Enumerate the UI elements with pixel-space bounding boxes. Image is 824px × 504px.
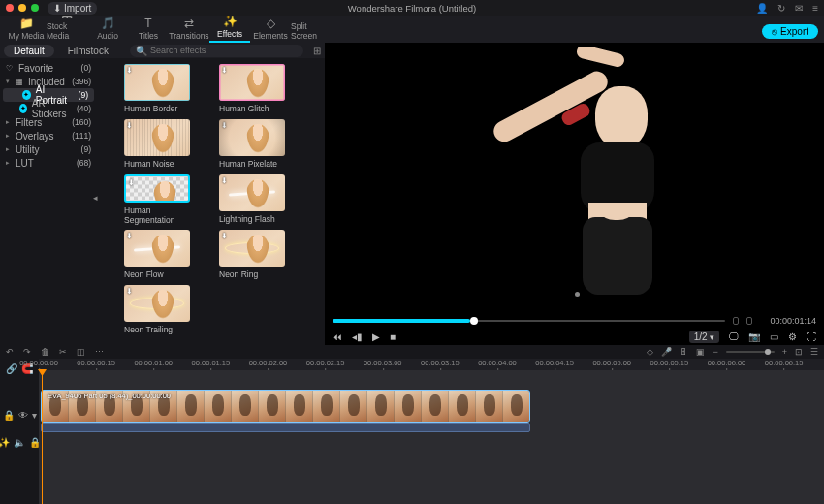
refresh-icon[interactable]: ↻ <box>777 3 785 14</box>
library-tab-default[interactable]: Default <box>4 45 54 57</box>
menu-icon[interactable]: ≡ <box>812 3 818 14</box>
timeline-toolbar: ↶ ↷ 🗑 ✂ ◫ ⋯ ◇ 🎤 🎚 ▣ − + ⊡ ☰ <box>0 345 824 359</box>
zoom-in-icon[interactable]: + <box>782 347 787 357</box>
collapse-track-icon[interactable]: ▾ <box>32 410 37 421</box>
stop-icon[interactable]: ■ <box>390 331 396 342</box>
snapshot-icon[interactable]: 📷 <box>748 331 760 342</box>
tab-titles[interactable]: TTitles <box>128 16 169 43</box>
export-button[interactable]: ⎋Export <box>762 24 818 39</box>
effect-neon-trailing[interactable]: ⬇Neon Trailing <box>124 285 190 335</box>
ai-badge-icon: ✦ <box>19 104 27 113</box>
close-icon[interactable] <box>6 4 14 12</box>
my-media-icon: 📁 <box>19 16 34 30</box>
sidebar-item-utility[interactable]: ▸Utility(9) <box>0 142 97 156</box>
undo-icon[interactable]: ↶ <box>6 347 14 357</box>
minimize-icon[interactable] <box>18 4 26 12</box>
effects-grid: ⬇Human Border⬇Human Glitch⬇Human Noise⬇H… <box>97 58 325 345</box>
fx-track-icon[interactable]: ✨ <box>0 437 10 448</box>
preview-scale-select[interactable]: 1/2 ▾ <box>689 331 719 343</box>
quality-icon[interactable]: ⚙ <box>788 331 797 342</box>
step-back-icon[interactable]: ⏮ <box>333 331 342 342</box>
library-tab-filmstock[interactable]: Filmstock <box>58 45 118 57</box>
user-icon[interactable]: 👤 <box>756 3 768 14</box>
search-field[interactable] <box>150 46 247 55</box>
sidebar-item-favorite[interactable]: ♡Favorite(0) <box>0 61 97 75</box>
main-toolbar: 📁My Media🖼Stock Media🎵AudioTTitles⇄Trans… <box>0 16 824 43</box>
effect-label: Human Pixelate <box>219 159 285 169</box>
zoom-out-icon[interactable]: − <box>713 347 717 357</box>
playhead[interactable] <box>42 370 43 504</box>
tab-elements[interactable]: ◇Elements <box>250 16 291 43</box>
effect-human-glitch[interactable]: ⬇Human Glitch <box>219 64 285 114</box>
import-button[interactable]: ⬇ Import <box>48 2 97 15</box>
chevron-right-icon: ▸ <box>6 145 11 153</box>
lock-icon[interactable]: 🔒 <box>3 410 15 421</box>
ai-badge-icon: ✦ <box>22 90 31 100</box>
sidebar-item-overlays[interactable]: ▸Overlays(111) <box>0 129 97 142</box>
split-icon[interactable]: ✂ <box>59 347 67 357</box>
effects-sidebar: ♡Favorite(0)▾▦Included(396)✦AI Portrait(… <box>0 58 97 345</box>
titlebar: ⬇ Import Wondershare Filmora (Untitled) … <box>0 0 824 16</box>
grid-view-icon[interactable]: ⊞ <box>313 46 321 56</box>
effect-human-segmentation[interactable]: ⬇Human Segmentation <box>124 174 190 225</box>
ruler-tick: 00:00:04:00 <box>478 359 517 367</box>
mark-in-icon[interactable] <box>733 317 739 325</box>
fullscreen-icon[interactable]: ⛶ <box>807 331 816 342</box>
play-icon[interactable]: ▶ <box>372 331 380 342</box>
more-icon[interactable]: ⋯ <box>95 347 104 357</box>
link-icon[interactable]: 🔗 <box>6 363 17 374</box>
render-icon[interactable]: ▣ <box>696 347 705 357</box>
effect-human-pixelate[interactable]: ⬇Human Pixelate <box>219 119 285 170</box>
maximize-icon[interactable] <box>31 4 39 12</box>
mark-out-icon[interactable] <box>746 317 752 325</box>
tab-transitions[interactable]: ⇄Transitions <box>169 16 209 43</box>
effect-neon-flow[interactable]: ⬇Neon Flow <box>124 230 190 280</box>
collapse-sidebar-icon[interactable]: ◂ <box>93 193 98 203</box>
visibility-icon[interactable]: 👁 <box>18 410 28 421</box>
search-input[interactable]: 🔍 <box>130 45 303 57</box>
video-clip[interactable]: EVA_9406 Part 05 (8.44)_00:00:00:00 <box>41 390 530 423</box>
preview-seek-bar[interactable] <box>333 320 725 322</box>
track-manager-icon[interactable]: ☰ <box>810 347 818 357</box>
resize-handle-icon[interactable] <box>575 292 580 297</box>
ruler-tick: 00:00:06:00 <box>708 359 746 367</box>
category-icon: ♡ <box>6 64 14 73</box>
sidebar-item-ar-stickers[interactable]: ✦AR Stickers(40) <box>0 102 97 115</box>
track-area[interactable]: EVA_9406 Part 05 (8.44)_00:00:00:00 <box>39 370 824 504</box>
effect-label: Neon Ring <box>219 269 285 279</box>
display-icon[interactable]: 🖵 <box>729 331 739 342</box>
chevron-down-icon: ▾ <box>6 78 11 85</box>
crop-icon[interactable]: ◫ <box>77 347 85 357</box>
transitions-icon: ⇄ <box>184 16 194 30</box>
effect-neon-ring[interactable]: ⬇Neon Ring <box>219 230 285 280</box>
clip-display-icon[interactable]: ▭ <box>770 331 778 342</box>
chevron-right-icon: ▸ <box>6 132 11 140</box>
zoom-slider[interactable] <box>726 351 775 353</box>
download-icon: ⬇ <box>126 232 133 240</box>
effect-lightning-flash[interactable]: ⬇Lightning Flash <box>219 174 285 225</box>
sidebar-item-lut[interactable]: ▸LUT(68) <box>0 156 97 170</box>
marker-icon[interactable]: ◇ <box>647 347 653 357</box>
tab-effects[interactable]: ✨Effects <box>209 15 250 43</box>
frame-back-icon[interactable]: ◂▮ <box>352 331 363 342</box>
mic-record-icon[interactable]: 🎤 <box>661 347 672 357</box>
preview-panel: 00:00:01:14 ⏮ ◂▮ ▶ ■ 1/2 ▾ 🖵 📷 ▭ ⚙ ⛶ <box>325 43 824 345</box>
ruler-tick: 00:00:01:15 <box>192 359 231 367</box>
mute-icon[interactable]: 🔈 <box>14 437 25 448</box>
audio-mixer-icon[interactable]: 🎚 <box>680 347 688 357</box>
sidebar-item-count: (396) <box>72 77 91 86</box>
preview-viewport[interactable] <box>329 47 820 310</box>
effect-human-noise[interactable]: ⬇Human Noise <box>124 119 190 170</box>
search-icon: 🔍 <box>136 46 147 56</box>
tab-my-media[interactable]: 📁My Media <box>6 16 47 43</box>
zoom-fit-icon[interactable]: ⊡ <box>795 347 803 357</box>
audio-clip[interactable] <box>41 423 530 432</box>
tab-audio[interactable]: 🎵Audio <box>87 16 128 43</box>
timeline: 🔗🧲 🔒👁▾ ✨🔈🔒 00:00:00:0000:00:00:1500:00:0… <box>0 359 824 504</box>
delete-icon[interactable]: 🗑 <box>41 347 49 357</box>
sidebar-item-label: Utility <box>16 144 39 155</box>
time-ruler[interactable]: 00:00:00:0000:00:00:1500:00:01:0000:00:0… <box>39 359 824 370</box>
redo-icon[interactable]: ↷ <box>23 347 31 357</box>
mail-icon[interactable]: ✉ <box>795 3 803 14</box>
effect-human-border[interactable]: ⬇Human Border <box>124 64 190 114</box>
